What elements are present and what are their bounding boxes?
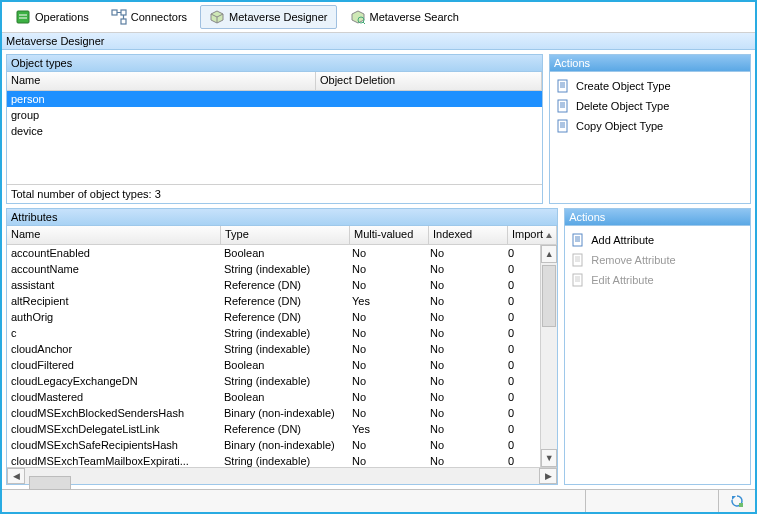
attributes-hscrollbar[interactable]: ◀ ▶: [7, 467, 557, 484]
object-types-columns: Name Object Deletion: [7, 72, 542, 91]
scroll-left-icon[interactable]: ◀: [7, 468, 25, 484]
cell-type: Binary (non-indexable): [220, 437, 348, 453]
cell-import: 0: [504, 437, 540, 453]
cell-indexed: No: [426, 453, 504, 467]
cell-name: person: [7, 91, 315, 107]
actions-bottom-header: Actions: [565, 209, 750, 226]
action-item[interactable]: Copy Object Type: [556, 116, 744, 136]
attribute-row[interactable]: cloudMSExchDelegateListLinkReference (DN…: [7, 421, 540, 437]
cell-name: cloudMastered: [7, 389, 220, 405]
svg-marker-17: [732, 496, 736, 500]
scroll-right-icon[interactable]: ▶: [539, 468, 557, 484]
cell-type: Reference (DN): [220, 309, 348, 325]
connectors-button[interactable]: Connectors: [102, 5, 196, 29]
cell-indexed: No: [426, 357, 504, 373]
object-types-header: Object types: [7, 55, 542, 72]
svg-rect-14: [573, 234, 582, 246]
cell-name: group: [7, 107, 315, 123]
attribute-row[interactable]: altRecipientReference (DN)YesNo0: [7, 293, 540, 309]
attribute-row[interactable]: cloudAnchorString (indexable)NoNo0: [7, 341, 540, 357]
col-attr-type[interactable]: Type: [221, 226, 350, 244]
action-label: Add Attribute: [591, 234, 654, 246]
svg-rect-18: [739, 503, 743, 507]
cell-type: Reference (DN): [220, 421, 348, 437]
cell-name: cloudAnchor: [7, 341, 220, 357]
object-type-row[interactable]: person: [7, 91, 542, 107]
svg-rect-3: [112, 10, 117, 15]
attributes-panel: Attributes Name Type Multi-valued Indexe…: [6, 208, 558, 485]
cell-indexed: No: [426, 277, 504, 293]
col-deletion[interactable]: Object Deletion: [316, 72, 542, 90]
cell-type: Reference (DN): [220, 293, 348, 309]
attributes-body: accountEnabledBooleanNoNo0accountNameStr…: [7, 245, 540, 467]
attribute-row[interactable]: authOrigReference (DN)NoNo0: [7, 309, 540, 325]
attributes-header: Attributes: [7, 209, 557, 226]
cell-type: Binary (non-indexable): [220, 405, 348, 421]
cell-multi: No: [348, 453, 426, 467]
object-types-panel: Object types Name Object Deletion person…: [6, 54, 543, 204]
action-label: Create Object Type: [576, 80, 671, 92]
cell-multi: No: [348, 373, 426, 389]
scroll-thumb-h[interactable]: [29, 476, 71, 490]
cell-import: 0: [504, 309, 540, 325]
attribute-row[interactable]: cloudFilteredBooleanNoNo0: [7, 357, 540, 373]
attribute-row[interactable]: cloudMSExchSafeRecipientsHashBinary (non…: [7, 437, 540, 453]
attribute-row[interactable]: cloudMasteredBooleanNoNo0: [7, 389, 540, 405]
cell-type: Reference (DN): [220, 277, 348, 293]
attribute-row[interactable]: accountNameString (indexable)NoNo0: [7, 261, 540, 277]
cell-indexed: No: [426, 437, 504, 453]
attribute-row[interactable]: accountEnabledBooleanNoNo0: [7, 245, 540, 261]
col-attr-multi[interactable]: Multi-valued: [350, 226, 429, 244]
attribute-row[interactable]: cloudMSExchBlockedSendersHashBinary (non…: [7, 405, 540, 421]
actions-bottom-panel: Actions Add AttributeRemove AttributeEdi…: [564, 208, 751, 485]
document-icon: [556, 79, 570, 93]
col-attr-import[interactable]: Import: [508, 226, 557, 244]
object-type-row[interactable]: group: [7, 107, 542, 123]
attributes-vscrollbar[interactable]: ▲ ▼: [540, 245, 557, 467]
action-item: Edit Attribute: [571, 270, 744, 290]
action-item[interactable]: Create Object Type: [556, 76, 744, 96]
cell-multi: No: [348, 325, 426, 341]
connectors-icon: [111, 9, 127, 25]
status-cell-1: [2, 490, 586, 512]
attribute-row[interactable]: cloudMSExchTeamMailboxExpirati...String …: [7, 453, 540, 467]
scroll-down-icon[interactable]: ▼: [541, 449, 557, 467]
action-label: Edit Attribute: [591, 274, 653, 286]
cell-indexed: No: [426, 421, 504, 437]
attribute-row[interactable]: cString (indexable)NoNo0: [7, 325, 540, 341]
status-cell-2: [586, 490, 719, 512]
status-refresh[interactable]: [719, 490, 755, 512]
svg-rect-5: [121, 19, 126, 24]
svg-rect-16: [573, 274, 582, 286]
scroll-thumb[interactable]: [542, 265, 556, 327]
svg-rect-11: [558, 80, 567, 92]
cell-indexed: No: [426, 261, 504, 277]
cell-indexed: No: [426, 325, 504, 341]
cell-type: String (indexable): [220, 373, 348, 389]
attributes-columns: Name Type Multi-valued Indexed Import: [7, 226, 557, 245]
cell-indexed: No: [426, 405, 504, 421]
attribute-row[interactable]: assistantReference (DN)NoNo0: [7, 277, 540, 293]
cell-multi: No: [348, 277, 426, 293]
attribute-row[interactable]: cloudLegacyExchangeDNString (indexable)N…: [7, 373, 540, 389]
main-toolbar: Operations Connectors Metaverse Designer…: [2, 2, 755, 33]
col-attr-indexed[interactable]: Indexed: [429, 226, 508, 244]
col-attr-name[interactable]: Name: [7, 226, 221, 244]
metaverse-designer-button[interactable]: Metaverse Designer: [200, 5, 336, 29]
operations-label: Operations: [35, 11, 89, 23]
cell-name: device: [7, 123, 315, 139]
action-item[interactable]: Add Attribute: [571, 230, 744, 250]
cell-multi: No: [348, 309, 426, 325]
action-item[interactable]: Delete Object Type: [556, 96, 744, 116]
cell-import: 0: [504, 421, 540, 437]
action-label: Delete Object Type: [576, 100, 669, 112]
page-title: Metaverse Designer: [2, 33, 755, 50]
cell-multi: Yes: [348, 421, 426, 437]
scroll-up-icon[interactable]: ▲: [541, 245, 557, 263]
object-type-row[interactable]: device: [7, 123, 542, 139]
metaverse-search-button[interactable]: Metaverse Search: [341, 5, 468, 29]
operations-button[interactable]: Operations: [6, 5, 98, 29]
metaverse-search-label: Metaverse Search: [370, 11, 459, 23]
col-name[interactable]: Name: [7, 72, 316, 90]
object-types-count: Total number of object types: 3: [7, 184, 542, 203]
